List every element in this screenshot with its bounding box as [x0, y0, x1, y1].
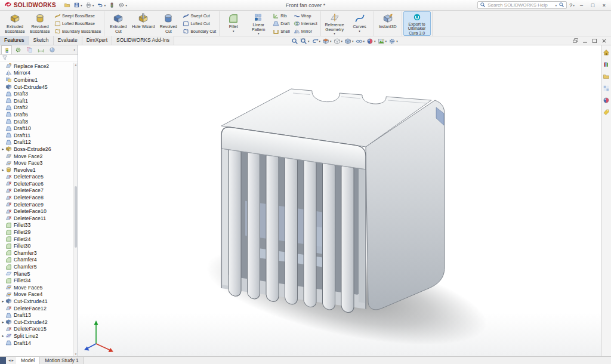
ribbon-button-lofted-cut[interactable]: Lofted Cut	[181, 20, 218, 27]
ribbon-button-shell[interactable]: Shell	[271, 27, 292, 35]
tab-sketch[interactable]: Sketch	[29, 36, 54, 45]
tree-item-cut-extrude41[interactable]: ▸Cut-Extrude41	[1, 298, 73, 305]
options-button[interactable]: ▾	[117, 1, 128, 10]
close-button[interactable]: ×	[600, 2, 609, 8]
tree-item-draft10[interactable]: Draft10	[1, 125, 73, 132]
tab-dimxpert[interactable]: DimXpert	[82, 36, 112, 45]
tree-item-cut-extrude45[interactable]: Cut-Extrude45	[1, 84, 73, 91]
scroll-up-icon[interactable]: ▴	[74, 63, 78, 67]
tree-item-chamfer3[interactable]: Chamfer3	[1, 249, 73, 257]
edit-appearance-button[interactable]: ▾	[366, 38, 376, 45]
tree-item-draft14[interactable]: Draft14	[1, 340, 73, 347]
save-button[interactable]: ▾	[72, 1, 84, 10]
task-pane-file-explorer-button[interactable]	[602, 72, 610, 81]
tree-item-draft1[interactable]: Draft1	[1, 97, 73, 104]
tree-item-boss-extrude26[interactable]: ▸Boss-Extrude26	[1, 146, 73, 153]
tab-evaluate[interactable]: Evaluate	[54, 36, 82, 45]
tree-item-fillet30[interactable]: Fillet30	[1, 242, 73, 249]
tree-scrollbar-thumb[interactable]	[75, 186, 77, 248]
study-tab-model[interactable]: Model	[16, 357, 40, 364]
study-tab-scroll-arrows[interactable]: ◂ ▸	[6, 357, 16, 364]
print-button[interactable]: ▾	[84, 1, 95, 10]
ribbon-button-rib[interactable]: Rib	[271, 12, 292, 20]
minimize-button[interactable]: –	[577, 2, 586, 8]
ribbon-button-lofted-boss-base[interactable]: Lofted Boss/Base	[53, 20, 103, 27]
view-orientation-button[interactable]: ▾	[334, 38, 343, 45]
fan-cover-model[interactable]	[78, 45, 601, 356]
zoom-fit-button[interactable]	[291, 38, 298, 45]
apply-scene-button[interactable]: ▾	[378, 38, 387, 45]
scroll-down-icon[interactable]: ▾	[74, 352, 78, 356]
tree-item-draft13[interactable]: Draft13	[1, 311, 73, 319]
tree-item-deleteface10[interactable]: DeleteFace10	[1, 208, 73, 215]
tree-item-draft2[interactable]: Draft2	[1, 104, 73, 112]
tree-item-move-face3[interactable]: Move Face3	[1, 159, 73, 166]
document-cascade-button[interactable]	[572, 38, 579, 45]
tree-item-move-face2[interactable]: Move Face2	[1, 153, 73, 160]
tree-item-deleteface7[interactable]: DeleteFace7	[1, 187, 73, 195]
search-go-icon[interactable]	[558, 2, 564, 9]
ribbon-button-mirror[interactable]: Mirror	[292, 27, 319, 35]
display-style-button[interactable]: ▾	[344, 38, 354, 45]
panel-tab-configuration-manager[interactable]	[24, 45, 35, 54]
tree-item-deleteface8[interactable]: DeleteFace8	[1, 194, 73, 201]
tree-item-chamfer5[interactable]: Chamfer5	[1, 263, 73, 270]
tree-item-combine1[interactable]: Combine1	[1, 76, 73, 84]
tree-item-deleteface11[interactable]: DeleteFace11	[1, 215, 73, 222]
open-button[interactable]	[63, 1, 72, 10]
panel-tab-feature-manager[interactable]	[1, 45, 12, 54]
view-settings-button[interactable]: ▾	[388, 38, 398, 45]
tree-item-cut-extrude42[interactable]: ▸Cut-Extrude42	[1, 319, 73, 326]
tree-item-fillet33[interactable]: Fillet33	[1, 222, 73, 229]
tree-item-mirror4[interactable]: Mirror4	[1, 70, 73, 77]
filter-funnel-icon[interactable]	[2, 55, 8, 62]
ribbon-button-intersect[interactable]: Intersect	[292, 20, 319, 27]
ribbon-button-reference-geometry[interactable]: Reference Geometry▾	[322, 11, 347, 36]
undo-button[interactable]: ▾	[95, 1, 107, 10]
study-tab-motion-study-1[interactable]: Motion Study 1	[40, 357, 84, 364]
tree-item-deleteface5[interactable]: DeleteFace5	[1, 174, 73, 181]
tree-item-fillet34[interactable]: Fillet34	[1, 277, 73, 284]
task-pane-home-button[interactable]	[602, 48, 610, 57]
ribbon-button-swept-cut[interactable]: Swept Cut	[181, 12, 218, 20]
hide-show-button[interactable]: ▾	[356, 38, 365, 45]
tree-item-fillet24[interactable]: Fillet24	[1, 236, 73, 243]
tree-item-deleteface6[interactable]: DeleteFace6	[1, 180, 73, 187]
tree-item-split-line2[interactable]: ▸Split Line2	[1, 332, 73, 340]
tab-solidworks-add-ins[interactable]: SOLIDWORKS Add-Ins	[112, 36, 174, 45]
tree-item-draft6[interactable]: Draft6	[1, 111, 73, 118]
ribbon-button-extruded-boss-base[interactable]: Extruded Boss/Base	[2, 11, 27, 36]
ribbon-button-linear-pattern[interactable]: Linear Pattern▾	[246, 11, 271, 36]
tree-item-draft3[interactable]: Draft3	[1, 90, 73, 97]
panel-tab-dimxpert-manager[interactable]	[35, 45, 46, 54]
ribbon-button-hole-wizard[interactable]: Hole Wizard	[131, 11, 156, 36]
tree-item-draft11[interactable]: Draft11	[1, 132, 73, 139]
ribbon-button-boundary-boss-base[interactable]: Boundary Boss/Base	[53, 27, 103, 35]
maximize-button[interactable]: □	[588, 2, 597, 8]
ribbon-button-revolved-boss-base[interactable]: Revolved Boss/Base	[27, 11, 53, 36]
tree-item-deleteface9[interactable]: DeleteFace9	[1, 201, 73, 208]
panel-tab-property-manager[interactable]	[13, 45, 23, 54]
tree-item-fillet29[interactable]: Fillet29	[1, 229, 73, 236]
ribbon-button-wrap[interactable]: Wrap	[292, 12, 319, 20]
tab-features[interactable]: Features	[0, 36, 29, 45]
task-pane-view-palette-button[interactable]	[602, 84, 610, 92]
tree-item-draft8[interactable]: Draft8	[1, 118, 73, 125]
tree-item-revolve1[interactable]: ▸Revolve1	[1, 166, 73, 174]
previous-view-button[interactable]: ▾	[311, 38, 321, 45]
ribbon-button-fillet[interactable]: Fillet▾	[221, 11, 246, 36]
ribbon-button-revolved-cut[interactable]: Revolved Cut	[156, 11, 181, 36]
ribbon-button-draft[interactable]: Draft	[271, 20, 292, 27]
ribbon-button-curves[interactable]: Curves▾	[347, 11, 372, 36]
rebuild-button[interactable]	[107, 1, 116, 10]
ribbon-button-instant3d[interactable]: Instant3D	[375, 11, 400, 36]
zoom-area-button[interactable]: ▾	[300, 38, 310, 45]
search-box[interactable]: Search SOLIDWORKS Help ▾	[477, 1, 567, 9]
tree-item-replace-face2[interactable]: Replace Face2	[1, 63, 73, 70]
ribbon-button-boundary-cut[interactable]: Boundary Cut	[181, 27, 218, 35]
search-dropdown-caret[interactable]: ▾	[555, 4, 557, 7]
tree-item-move-face4[interactable]: Move Face4	[1, 291, 73, 298]
panel-tabs-overflow-chevron[interactable]: ›	[73, 47, 76, 53]
task-pane-design-library-button[interactable]	[602, 60, 610, 69]
graphics-viewport[interactable]	[78, 45, 601, 356]
